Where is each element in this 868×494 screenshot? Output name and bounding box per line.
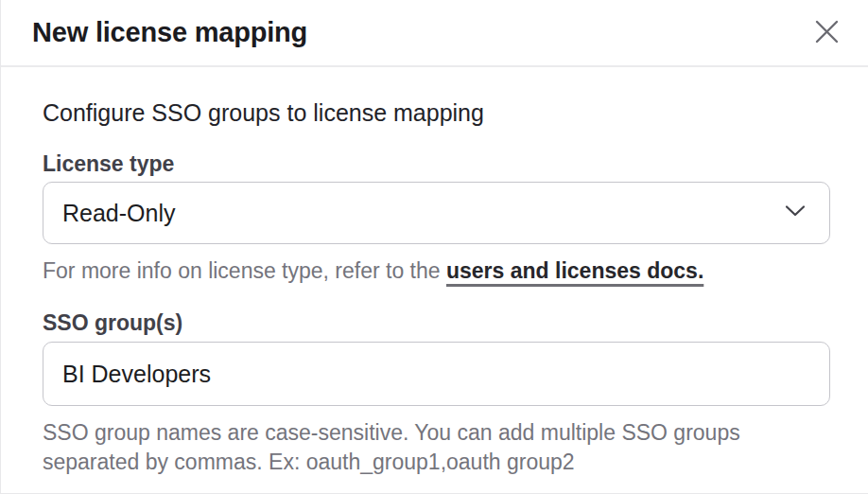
sso-groups-label: SSO group(s) <box>43 311 830 334</box>
sso-groups-helper: SSO group names are case-sensitive. You … <box>43 418 771 477</box>
form-heading: Configure SSO groups to license mapping <box>43 98 830 127</box>
license-type-select[interactable]: Read-Only <box>43 182 830 244</box>
license-type-selected-value: Read-Only <box>62 200 176 227</box>
license-type-label: License type <box>43 152 830 175</box>
sso-groups-input[interactable] <box>43 342 830 406</box>
license-type-helper-text: For more info on license type, refer to … <box>43 258 446 283</box>
chevron-down-icon <box>785 204 806 221</box>
users-and-licenses-docs-link[interactable]: users and licenses docs. <box>446 258 703 283</box>
close-icon <box>813 18 841 48</box>
modal-title: New license mapping <box>32 17 307 48</box>
modal-body: Configure SSO groups to license mapping … <box>1 98 868 477</box>
license-type-helper: For more info on license type, refer to … <box>43 256 830 286</box>
modal-header: New license mapping <box>1 0 868 67</box>
new-license-mapping-modal: New license mapping Configure SSO groups… <box>0 0 868 494</box>
close-button[interactable] <box>809 16 843 50</box>
